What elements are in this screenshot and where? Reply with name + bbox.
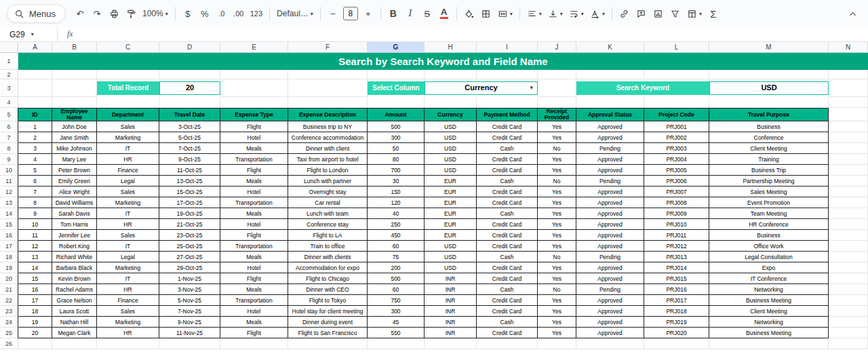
cell-currency[interactable]: USD xyxy=(425,252,477,262)
name-box[interactable]: G29 ▾ xyxy=(0,30,57,39)
formula-input[interactable] xyxy=(83,27,868,41)
search-keyword-value-cell[interactable]: USD xyxy=(709,79,829,97)
empty-cell[interactable] xyxy=(97,70,159,79)
cell-project-code[interactable]: PRJ018 xyxy=(644,306,709,317)
cell-amount[interactable]: 50 xyxy=(368,143,425,154)
cell-id[interactable]: 8 xyxy=(18,197,52,208)
empty-cell[interactable] xyxy=(709,97,829,108)
cell-currency[interactable]: EUR xyxy=(425,186,477,197)
empty-cell[interactable] xyxy=(644,70,709,79)
empty-cell[interactable] xyxy=(829,176,868,186)
empty-cell[interactable] xyxy=(18,338,52,349)
cell-approval-status[interactable]: Pending xyxy=(576,143,644,154)
undo-button[interactable]: ↶ xyxy=(72,5,88,22)
cell-id[interactable]: 4 xyxy=(18,154,52,165)
col-header-payment-method[interactable]: Payment Method xyxy=(477,108,538,121)
cell-travel-date[interactable]: 19-Oct-25 xyxy=(159,208,220,219)
cell-payment-method[interactable]: Cash xyxy=(477,317,538,328)
cell-travel-purpose[interactable]: Sales Meeting xyxy=(709,186,829,197)
empty-cell[interactable] xyxy=(829,262,868,273)
column-header-i[interactable]: I xyxy=(477,42,538,53)
cell-travel-purpose[interactable]: Networking xyxy=(709,317,829,328)
print-button[interactable] xyxy=(106,5,122,22)
cell-expense-description[interactable]: Accommodation for expo xyxy=(288,262,368,273)
cell-payment-method[interactable]: Credit Card xyxy=(477,306,538,317)
cell-travel-purpose[interactable]: Office Work xyxy=(709,241,829,252)
cell-approval-status[interactable]: Approved xyxy=(576,154,644,165)
cell-travel-date[interactable]: 7-Nov-25 xyxy=(159,306,220,317)
cell-amount[interactable]: 150 xyxy=(368,186,425,197)
col-header-project-code[interactable]: Project Code xyxy=(644,108,709,121)
paint-format-button[interactable] xyxy=(123,5,139,22)
column-header-l[interactable]: L xyxy=(644,42,709,53)
cell-employee-name[interactable]: Rachel Adams xyxy=(52,284,97,295)
cell-payment-method[interactable]: Credit Card xyxy=(477,241,538,252)
cell-travel-purpose[interactable]: Client Meeting xyxy=(709,306,829,317)
cell-id[interactable]: 11 xyxy=(18,230,52,241)
cell-travel-date[interactable]: 5-Nov-25 xyxy=(159,295,220,306)
empty-cell[interactable] xyxy=(18,97,52,108)
cell-id[interactable]: 2 xyxy=(18,132,52,143)
cell-expense-description[interactable]: Flight to London xyxy=(288,165,368,176)
cell-receipt-provided[interactable]: Yes xyxy=(538,241,576,252)
cell-expense-type[interactable]: Flight xyxy=(220,121,288,132)
cell-receipt-provided[interactable]: No xyxy=(538,176,576,186)
cell-expense-type[interactable]: Meals xyxy=(220,317,288,328)
strikethrough-button[interactable]: S xyxy=(419,5,435,22)
cell-id[interactable]: 12 xyxy=(18,241,52,252)
cell-employee-name[interactable]: Jane Smith xyxy=(52,132,97,143)
cell-id[interactable]: 9 xyxy=(18,208,52,219)
increase-font-size-button[interactable]: + xyxy=(360,5,376,22)
cell-project-code[interactable]: PRJ016 xyxy=(644,284,709,295)
cell-id[interactable]: 1 xyxy=(18,121,52,132)
column-header-f[interactable]: F xyxy=(288,42,368,53)
font-size-input[interactable]: 8 xyxy=(343,7,358,20)
cell-approval-status[interactable]: Approved xyxy=(576,132,644,143)
cell-receipt-provided[interactable]: Yes xyxy=(538,197,576,208)
col-header-employee-name[interactable]: Employee Name xyxy=(52,108,97,121)
cell-employee-name[interactable]: Nathan Hill xyxy=(52,317,97,328)
cell-id[interactable]: 6 xyxy=(18,176,52,186)
cell-travel-purpose[interactable]: Business Meeting xyxy=(709,295,829,306)
cell-approval-status[interactable]: Approved xyxy=(576,121,644,132)
cell-amount[interactable]: 200 xyxy=(368,262,425,273)
cell-currency[interactable]: USD xyxy=(425,154,477,165)
cell-currency[interactable]: INR xyxy=(425,295,477,306)
cell-project-code[interactable]: PRJ004 xyxy=(644,154,709,165)
select-column-label-cell[interactable]: Select Column xyxy=(368,79,425,97)
empty-cell[interactable] xyxy=(18,79,52,97)
cell-approval-status[interactable]: Approved xyxy=(576,230,644,241)
cell-project-code[interactable]: PRJ019 xyxy=(644,317,709,328)
cell-employee-name[interactable]: Jennifer Lee xyxy=(52,230,97,241)
cell-travel-date[interactable]: 7-Oct-25 xyxy=(159,143,220,154)
cell-currency[interactable]: USD xyxy=(425,165,477,176)
cell-expense-type[interactable]: Transportation xyxy=(220,295,288,306)
cell-id[interactable]: 15 xyxy=(18,273,52,284)
redo-button[interactable]: ↷ xyxy=(89,5,105,22)
cell-employee-name[interactable]: Mary Lee xyxy=(52,154,97,165)
cell-travel-purpose[interactable]: Business Meeting xyxy=(709,328,829,338)
cell-approval-status[interactable]: Approved xyxy=(576,241,644,252)
empty-cell[interactable] xyxy=(538,79,576,97)
cell-payment-method[interactable]: Credit Card xyxy=(477,197,538,208)
cell-approval-status[interactable]: Approved xyxy=(576,186,644,197)
cell-amount[interactable]: 300 xyxy=(368,132,425,143)
cell-expense-description[interactable]: Business trip to NY xyxy=(288,121,368,132)
row-number[interactable]: 3 xyxy=(0,79,18,97)
cell-id[interactable]: 10 xyxy=(18,219,52,230)
cell-expense-description[interactable]: Flight to Tokyo xyxy=(288,295,368,306)
cell-currency[interactable]: USD xyxy=(425,121,477,132)
cell-department[interactable]: Finance xyxy=(97,295,159,306)
cell-travel-purpose[interactable]: Business Trip xyxy=(709,165,829,176)
empty-cell[interactable] xyxy=(829,208,868,219)
cell-amount[interactable]: 60 xyxy=(368,284,425,295)
borders-button[interactable] xyxy=(478,5,494,22)
cell-receipt-provided[interactable]: Yes xyxy=(538,317,576,328)
empty-cell[interactable] xyxy=(538,338,576,349)
text-rotation-button[interactable]: ▾ xyxy=(587,5,608,22)
cell-payment-method[interactable]: Credit Card xyxy=(477,165,538,176)
row-number[interactable]: 21 xyxy=(0,284,18,295)
cell-approval-status[interactable]: Pending xyxy=(576,252,644,262)
cell-department[interactable]: HR xyxy=(97,284,159,295)
fill-color-button[interactable] xyxy=(461,5,477,22)
